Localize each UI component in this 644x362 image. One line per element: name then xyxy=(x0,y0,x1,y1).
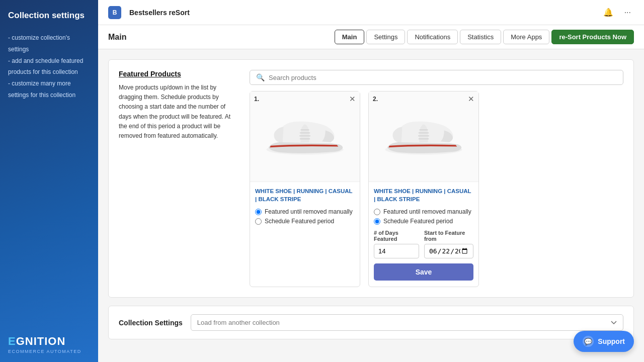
main-area: B Bestsellers reSort 🔔 ··· Main Main Set… xyxy=(98,0,644,362)
sidebar-logo: EGNITION ECOMMERCE AUTOMATED xyxy=(8,327,90,354)
re-sort-button[interactable]: re-Sort Products Now xyxy=(551,30,634,44)
tab-settings[interactable]: Settings xyxy=(366,30,405,44)
logo-text: EGNITION xyxy=(8,335,90,348)
support-button[interactable]: 💬 Support xyxy=(574,331,634,352)
shoe-1-svg xyxy=(262,112,348,162)
logo-sub: ECOMMERCE AUTOMATED xyxy=(8,349,90,354)
support-chat-icon: 💬 xyxy=(583,336,594,347)
search-input[interactable] xyxy=(269,74,617,81)
support-label: Support xyxy=(598,337,625,345)
sidebar-nav-item-2: - add and schedule featured products for… xyxy=(8,55,90,78)
product-cards-row: 1. ✕ xyxy=(250,91,623,287)
card-1-product-name: WHITE SHOE | RUNNING | CASUAL | BLACK ST… xyxy=(255,187,355,203)
card-2-radio-group: Featured until removed manually Schedule… xyxy=(374,208,473,225)
days-input[interactable] xyxy=(374,244,419,258)
tab-main[interactable]: Main xyxy=(335,30,365,44)
sidebar-title: Collection settings xyxy=(8,10,90,21)
topbar: B Bestsellers reSort 🔔 ··· xyxy=(98,0,644,25)
card-2-radio-schedule[interactable]: Schedule Featured period xyxy=(374,218,473,225)
card-2-image xyxy=(369,92,478,182)
card-2-body: WHITE SHOE | RUNNING | CASUAL | BLACK ST… xyxy=(369,182,478,225)
tab-more-apps[interactable]: More Apps xyxy=(503,30,549,44)
sidebar-nav-item-3: - customize many more settings for this … xyxy=(8,78,90,101)
nav-tabs-bar: Main Main Settings Notifications Statist… xyxy=(98,25,644,49)
search-icon: 🔍 xyxy=(256,73,265,81)
sidebar-nav: - customize collection's settings - add … xyxy=(8,32,90,327)
featured-right: 🔍 1. ✕ xyxy=(250,70,623,287)
card-1-radio-manual-input[interactable] xyxy=(255,209,262,215)
card-1-body: WHITE SHOE | RUNNING | CASUAL | BLACK ST… xyxy=(250,182,360,225)
card-2-schedule-fields: # of Days Featured Start to Feature from xyxy=(369,230,478,258)
card-1-radio-group: Featured until removed manually Schedule… xyxy=(255,208,355,225)
card-1-number: 1. xyxy=(254,96,259,103)
featured-title: Featured Products xyxy=(119,70,239,78)
card-2-product-name: WHITE SHOE | RUNNING | CASUAL | BLACK ST… xyxy=(374,187,473,203)
featured-description: Featured Products Move products up/down … xyxy=(119,70,239,287)
tab-notifications[interactable]: Notifications xyxy=(407,30,458,44)
card-1-radio-schedule-input[interactable] xyxy=(255,218,262,225)
sidebar: Collection settings - customize collecti… xyxy=(0,0,98,362)
days-label: # of Days Featured xyxy=(374,230,419,242)
sidebar-nav-item-1: - customize collection's settings xyxy=(8,32,90,55)
notification-bell-icon[interactable]: 🔔 xyxy=(600,6,616,19)
collection-select[interactable]: Load from another collection xyxy=(191,314,623,331)
app-name: Bestsellers reSort xyxy=(129,9,595,17)
card-2-close-button[interactable]: ✕ xyxy=(468,95,474,104)
date-label: Start to Feature from xyxy=(424,230,473,242)
search-bar: 🔍 xyxy=(250,70,623,85)
card-2-radio-schedule-input[interactable] xyxy=(374,218,380,225)
date-input[interactable] xyxy=(424,244,473,258)
card-2-radio-manual-input[interactable] xyxy=(374,209,380,215)
card-2-radio-manual[interactable]: Featured until removed manually xyxy=(374,208,473,215)
app-icon: B xyxy=(108,6,121,19)
shoe-2-svg xyxy=(381,112,466,162)
tab-statistics[interactable]: Statistics xyxy=(460,30,501,44)
featured-layout: Featured Products Move products up/down … xyxy=(119,70,623,287)
product-card-1: 1. ✕ xyxy=(250,91,360,287)
card-1-close-button[interactable]: ✕ xyxy=(349,95,356,104)
card-1-radio-manual[interactable]: Featured until removed manually xyxy=(255,208,355,215)
logo-e: E xyxy=(8,335,16,347)
page-title: Main xyxy=(108,33,126,42)
save-button[interactable]: Save xyxy=(374,263,473,281)
field-labels: # of Days Featured Start to Feature from xyxy=(374,230,473,242)
card-1-radio-schedule[interactable]: Schedule Featured period xyxy=(255,218,355,225)
collection-settings-section: Collection Settings Load from another co… xyxy=(108,306,634,339)
more-options-icon[interactable]: ··· xyxy=(621,6,634,19)
featured-products-section: Featured Products Move products up/down … xyxy=(108,59,634,298)
card-1-image xyxy=(250,92,360,182)
product-card-2: 2. ✕ xyxy=(368,91,479,287)
collection-settings-label: Collection Settings xyxy=(119,319,183,327)
logo-rest: GNITION xyxy=(16,335,66,347)
field-inputs xyxy=(374,244,473,258)
card-2-number: 2. xyxy=(373,96,378,103)
featured-description-text: Move products up/down in the list by dra… xyxy=(119,83,239,141)
content: Featured Products Move products up/down … xyxy=(98,49,644,362)
